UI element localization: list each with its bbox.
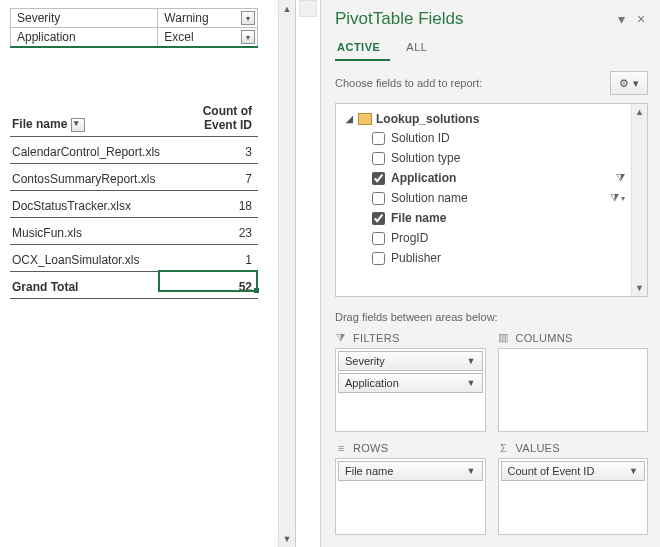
columns-dropzone[interactable] — [498, 348, 649, 432]
field-checkbox[interactable] — [372, 152, 385, 165]
filter-application-label: Application — [11, 28, 158, 48]
pivot-areas-grid: ⧩FILTERS Severity▼ Application▼ ▥COLUMNS… — [321, 331, 660, 547]
field-row[interactable]: Application⧩ — [344, 168, 629, 188]
values-area-icon: Σ — [498, 442, 510, 454]
filter-chip[interactable]: Severity▼ — [338, 351, 483, 371]
values-dropzone[interactable]: Count of Event ID▼ — [498, 458, 649, 536]
area-filters: ⧩FILTERS Severity▼ Application▼ — [335, 331, 486, 432]
table-row-value[interactable]: 7 — [166, 164, 258, 191]
field-checkbox[interactable] — [372, 172, 385, 185]
table-row-label[interactable]: ContosSummaryReport.xls — [10, 164, 166, 191]
filter-application-value[interactable]: Excel ▾ — [158, 28, 258, 48]
pane-separator[interactable] — [296, 0, 320, 547]
area-rows: ≡ROWS File name▼ — [335, 442, 486, 536]
funnel-dropdown-icon[interactable]: ▾ — [241, 11, 255, 25]
chevron-down-icon[interactable]: ▼ — [467, 378, 476, 388]
table-row-value[interactable]: 18 — [166, 191, 258, 218]
funnel-dropdown-icon[interactable]: ▾ — [241, 30, 255, 44]
chevron-down-icon: ▾ — [633, 77, 639, 90]
datasource-row[interactable]: ◢ Lookup_solutions — [344, 110, 629, 128]
gear-icon: ⚙ — [619, 77, 629, 90]
filter-severity-value[interactable]: Warning ▾ — [158, 9, 258, 28]
chevron-down-icon[interactable]: ▼ — [629, 466, 638, 476]
table-row-label[interactable]: DocStatusTracker.xlsx — [10, 191, 166, 218]
scroll-stub — [299, 0, 317, 17]
field-checkbox[interactable] — [372, 232, 385, 245]
row-header-dropdown-icon[interactable] — [71, 118, 85, 132]
field-checkbox[interactable] — [372, 212, 385, 225]
chevron-down-icon[interactable]: ▼ — [467, 466, 476, 476]
area-columns: ▥COLUMNS — [498, 331, 649, 432]
field-row[interactable]: Solution name⧩ — [344, 188, 629, 208]
field-checkbox[interactable] — [372, 192, 385, 205]
rows-area-icon: ≡ — [335, 442, 347, 454]
collapse-icon[interactable]: ◢ — [344, 114, 354, 124]
field-list-scrollbar[interactable]: ▲ ▼ — [631, 104, 647, 296]
table-row-value[interactable]: 1 — [166, 245, 258, 272]
columns-area-icon: ▥ — [498, 331, 510, 344]
tab-active[interactable]: ACTIVE — [335, 37, 390, 61]
drag-fields-label: Drag fields between areas below: — [321, 297, 660, 331]
table-row-value[interactable]: 23 — [166, 218, 258, 245]
field-row[interactable]: Solution type — [344, 148, 629, 168]
area-values: ΣVALUES Count of Event ID▼ — [498, 442, 649, 536]
close-icon[interactable]: × — [634, 11, 648, 27]
funnel-icon[interactable]: ⧩ — [616, 171, 625, 184]
filter-severity-label: Severity — [11, 9, 158, 28]
scroll-down-icon[interactable]: ▼ — [632, 280, 647, 296]
grand-total-value[interactable]: 52 — [166, 272, 258, 299]
tab-all[interactable]: ALL — [404, 37, 437, 61]
filter-area-icon: ⧩ — [335, 331, 347, 344]
panel-title: PivotTable Fields — [335, 9, 464, 29]
row-chip[interactable]: File name▼ — [338, 461, 483, 481]
scroll-up-icon[interactable]: ▲ — [279, 0, 295, 17]
choose-fields-label: Choose fields to add to report: — [335, 77, 482, 89]
datasource-label: Lookup_solutions — [376, 112, 479, 126]
row-header[interactable]: File name — [10, 96, 166, 137]
field-row[interactable]: Solution ID — [344, 128, 629, 148]
field-checkbox[interactable] — [372, 132, 385, 145]
rows-dropzone[interactable]: File name▼ — [335, 458, 486, 536]
funnel-icon[interactable]: ⧩ — [610, 191, 625, 204]
table-row-label[interactable]: OCX_LoanSimulator.xls — [10, 245, 166, 272]
field-row[interactable]: File name — [344, 208, 629, 228]
layout-options-button[interactable]: ⚙▾ — [610, 71, 648, 95]
scroll-up-icon[interactable]: ▲ — [632, 104, 647, 120]
filter-chip[interactable]: Application▼ — [338, 373, 483, 393]
table-row-label[interactable]: CalendarControl_Report.xls — [10, 137, 166, 164]
scroll-down-icon[interactable]: ▼ — [279, 530, 295, 547]
panel-dropdown-icon[interactable]: ▾ — [614, 11, 628, 27]
pivot-data-table: File name Count of Event ID CalendarCont… — [10, 96, 258, 299]
pivot-fields-panel: PivotTable Fields ▾ × ACTIVE ALL Choose … — [320, 0, 660, 547]
pivot-table-area: Severity Warning ▾ Application Excel ▾ F… — [0, 0, 296, 547]
report-filter-table: Severity Warning ▾ Application Excel ▾ — [10, 8, 258, 48]
table-icon — [358, 113, 372, 125]
grand-total-label[interactable]: Grand Total — [10, 272, 166, 299]
field-list: ◢ Lookup_solutions Solution ID Solution … — [335, 103, 648, 297]
panel-tabs: ACTIVE ALL — [335, 37, 660, 61]
table-row-value[interactable]: 3 — [166, 137, 258, 164]
field-row[interactable]: ProgID — [344, 228, 629, 248]
filters-dropzone[interactable]: Severity▼ Application▼ — [335, 348, 486, 432]
chevron-down-icon[interactable]: ▼ — [467, 356, 476, 366]
field-checkbox[interactable] — [372, 252, 385, 265]
value-header: Count of Event ID — [166, 96, 258, 137]
value-chip[interactable]: Count of Event ID▼ — [501, 461, 646, 481]
vertical-scrollbar[interactable]: ▲ ▼ — [278, 0, 295, 547]
table-row-label[interactable]: MusicFun.xls — [10, 218, 166, 245]
field-row[interactable]: Publisher — [344, 248, 629, 268]
